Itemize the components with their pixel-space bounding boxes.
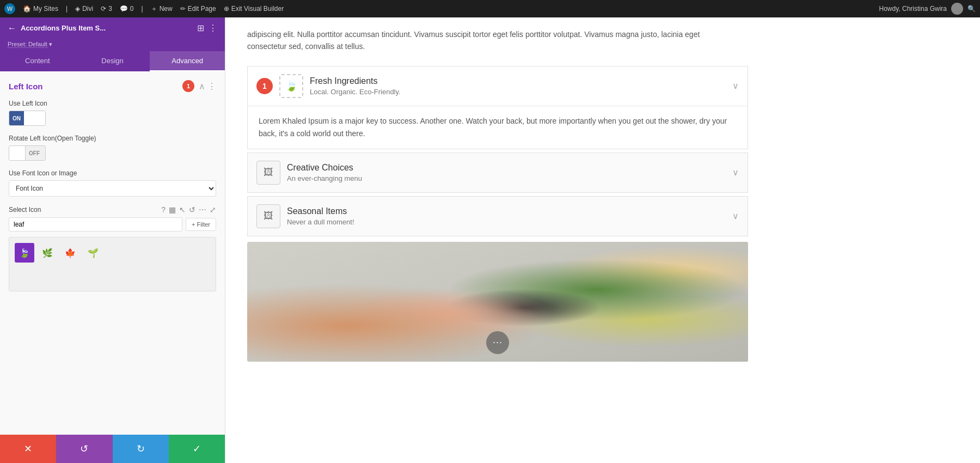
avatar (951, 3, 963, 15)
help-icon[interactable]: ? (161, 205, 166, 214)
rotate-icon-toggle[interactable]: OFF (9, 145, 46, 161)
panel-title: Accordions Plus Item S... (21, 24, 193, 32)
counter-link[interactable]: ⟳ 3 (101, 5, 112, 13)
toggle-thumb (24, 111, 45, 125)
panel-actions: ✕ ↺ ↻ ✓ (0, 435, 225, 463)
accordion-body-fresh: Lorem Khaled Ipsum is a major key to suc… (248, 106, 748, 149)
expand-icon[interactable]: ⤢ (210, 205, 216, 214)
section-badge: 1 (182, 80, 194, 92)
top-bar: W 🏠 My Sites | ◈ Divi ⟳ 3 💬 0 | ＋ New ✏ … (0, 0, 980, 17)
icon-search-input[interactable] (9, 217, 182, 232)
search-icon[interactable]: 🔍 (967, 5, 976, 13)
filter-button[interactable]: + Filter (186, 218, 216, 231)
more-options-icon[interactable]: ⋯ (199, 205, 206, 214)
panel-header: ← Accordions Plus Item S... ⊞ ⋮ (0, 17, 225, 39)
accordion-icon-fresh: 🍃 (279, 74, 303, 98)
panel-tabs: Content Design Advanced (0, 51, 225, 71)
font-icon-select[interactable]: Font Icon (9, 180, 216, 197)
accordion-icon-creative: 🖼 (256, 161, 280, 185)
icon-leaf-solid[interactable]: 🍃 (15, 243, 34, 263)
panel-body: Left Icon 1 ∧ ⋮ Use Left Icon ON Rotate … (0, 71, 225, 435)
accordion-item-seasonal: 🖼 Seasonal Items Never a dull moment! ∨ (247, 196, 748, 236)
red-badge: 1 (256, 78, 273, 94)
howdy-text: Howdy, Christina Gwira (879, 5, 947, 13)
accordion-title-fresh: Fresh Ingredients (310, 76, 726, 86)
accordion-title-creative: Creative Choices (287, 163, 726, 173)
accordion-chevron-seasonal[interactable]: ∨ (732, 211, 739, 221)
redo-button[interactable]: ↻ (113, 435, 169, 463)
wordpress-icon[interactable]: W (4, 3, 15, 14)
accordion-item-creative: 🖼 Creative Choices An ever-changing menu… (247, 153, 748, 193)
panel-preset[interactable]: Preset: Default ▾ (0, 39, 225, 51)
intro-text: adipiscing elit. Nulla porttitor accumsa… (247, 17, 737, 66)
accordion-chevron-creative[interactable]: ∨ (732, 167, 739, 178)
icon-maple-leaf[interactable]: 🍁 (60, 243, 80, 263)
accordion-header-creative[interactable]: 🖼 Creative Choices An ever-changing menu… (248, 153, 748, 192)
comments-link[interactable]: 💬 0 (120, 5, 134, 13)
grid-view-icon[interactable]: ▦ (169, 205, 176, 214)
section-more-icon[interactable]: ⋮ (207, 81, 216, 92)
accordion-item-fresh: 1 🍃 Fresh Ingredients Local. Organic. Ec… (247, 66, 748, 149)
rotate-thumb (9, 146, 26, 160)
accordion-wrapper: 1 🍃 Fresh Ingredients Local. Organic. Ec… (247, 66, 748, 236)
divi-link[interactable]: ◈ Divi (75, 5, 93, 13)
more-icon[interactable]: ⋮ (209, 23, 217, 33)
back-icon[interactable]: ← (8, 23, 16, 33)
left-panel: ← Accordions Plus Item S... ⊞ ⋮ Preset: … (0, 17, 225, 463)
undo-button[interactable]: ↺ (56, 435, 112, 463)
grid-icon[interactable]: ⊞ (197, 23, 204, 33)
new-link[interactable]: ＋ New (151, 4, 173, 14)
icon-herb[interactable]: 🌱 (83, 243, 103, 263)
rotate-off-label: OFF (26, 150, 43, 156)
accordion-chevron-fresh[interactable]: ∨ (732, 81, 739, 91)
accordion-subtitle-seasonal: Never a dull moment! (287, 218, 726, 226)
save-button[interactable]: ✓ (169, 435, 225, 463)
accordion-header-fresh[interactable]: 1 🍃 Fresh Ingredients Local. Organic. Ec… (248, 66, 748, 106)
page-content: adipiscing elit. Nulla porttitor accumsa… (225, 17, 980, 463)
tab-design[interactable]: Design (75, 51, 150, 71)
use-left-icon-field: Use Left Icon ON (9, 100, 216, 126)
icon-grid: 🍃 🌿 🍁 🌱 (9, 237, 216, 291)
font-icon-label: Use Font Icon or Image (9, 169, 216, 177)
exit-builder-link[interactable]: ⊕ Exit Visual Builder (224, 5, 284, 13)
edit-page-link[interactable]: ✏ Edit Page (180, 5, 216, 13)
select-icon-section: Select Icon ? ▦ ↖ ↺ ⋯ ⤢ + Filter (9, 205, 216, 232)
font-icon-field: Use Font Icon or Image Font Icon (9, 169, 216, 197)
accordion-header-seasonal[interactable]: 🖼 Seasonal Items Never a dull moment! ∨ (248, 197, 748, 236)
food-image-area: ··· (247, 242, 748, 362)
rotate-icon-label: Rotate Left Icon(Open Toggle) (9, 135, 216, 142)
reset-icon[interactable]: ↺ (189, 205, 195, 214)
tab-content[interactable]: Content (0, 51, 75, 71)
cancel-button[interactable]: ✕ (0, 435, 56, 463)
section-title: Left Icon (9, 82, 179, 91)
select-icon-label: Select Icon ? ▦ ↖ ↺ ⋯ ⤢ (9, 205, 216, 214)
accordion-text-fresh: Fresh Ingredients Local. Organic. Eco-Fr… (310, 76, 726, 96)
accordion-subtitle-creative: An ever-changing menu (287, 174, 726, 182)
rotate-icon-field: Rotate Left Icon(Open Toggle) OFF (9, 135, 216, 161)
main-area: ← Accordions Plus Item S... ⊞ ⋮ Preset: … (0, 17, 980, 463)
tab-advanced[interactable]: Advanced (150, 51, 225, 71)
accordion-text-seasonal: Seasonal Items Never a dull moment! (287, 206, 726, 226)
accordion-subtitle-fresh: Local. Organic. Eco-Friendly. (310, 88, 726, 96)
fab-button[interactable]: ··· (486, 331, 509, 354)
accordion-title-seasonal: Seasonal Items (287, 206, 726, 216)
my-sites-link[interactable]: 🏠 My Sites (23, 5, 58, 13)
accordion-icon-seasonal: 🖼 (256, 204, 280, 228)
section-collapse-icon[interactable]: ∧ (199, 81, 205, 92)
section-header: Left Icon 1 ∧ ⋮ (9, 80, 216, 92)
use-left-icon-toggle[interactable]: ON (9, 111, 46, 126)
use-left-icon-label: Use Left Icon (9, 100, 216, 107)
cursor-icon[interactable]: ↖ (179, 205, 186, 214)
accordion-text-creative: Creative Choices An ever-changing menu (287, 163, 726, 182)
icon-leaf-outline[interactable]: 🌿 (38, 243, 57, 263)
toggle-on-label: ON (9, 111, 24, 125)
